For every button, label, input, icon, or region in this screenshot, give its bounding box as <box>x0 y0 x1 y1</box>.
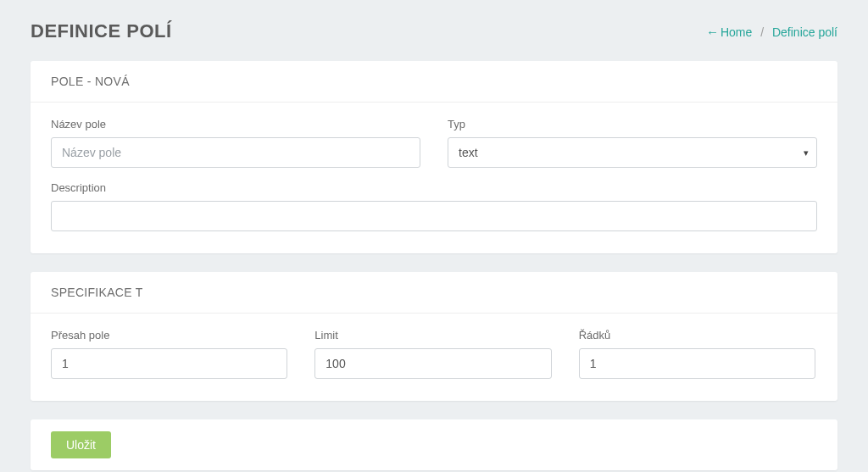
breadcrumb-home-label: Home <box>721 25 752 39</box>
form-group-rows: Řádků <box>579 329 815 379</box>
breadcrumb: ←Home / Definice polí <box>706 25 837 39</box>
limit-label: Limit <box>314 329 551 342</box>
breadcrumb-current-link[interactable]: Definice polí <box>772 25 837 39</box>
breadcrumb-current-label: Definice polí <box>772 25 837 39</box>
card-specifikace: SPECIFIKACE T Přesah pole Limit Řádků <box>31 272 837 401</box>
page-header: DEFINICE POLÍ ←Home / Definice polí <box>31 20 837 42</box>
breadcrumb-separator: / <box>760 25 764 39</box>
form-group-type: Typ text <box>448 118 817 168</box>
form-group-name: Název pole <box>51 118 420 168</box>
card-pole-nova-header: POLE - NOVÁ <box>31 61 837 103</box>
overlap-label: Přesah pole <box>51 329 287 342</box>
save-button[interactable]: Uložit <box>51 431 111 458</box>
name-input[interactable] <box>51 137 420 168</box>
overlap-input[interactable] <box>51 348 287 379</box>
description-label: Description <box>51 181 817 194</box>
card-pole-nova: POLE - NOVÁ Název pole Typ text <box>31 61 837 253</box>
form-group-description: Description <box>51 181 817 231</box>
rows-label: Řádků <box>579 329 815 342</box>
arrow-left-icon: ← <box>706 25 719 39</box>
breadcrumb-home-link[interactable]: ←Home <box>706 25 752 39</box>
name-label: Název pole <box>51 118 420 130</box>
form-group-overlap: Přesah pole <box>51 329 287 379</box>
description-input[interactable] <box>51 201 817 231</box>
page-title: DEFINICE POLÍ <box>31 20 172 42</box>
limit-input[interactable] <box>314 348 551 379</box>
card-actions: Uložit <box>31 419 837 470</box>
form-group-limit: Limit <box>314 329 551 379</box>
type-select[interactable]: text <box>448 137 817 168</box>
card-specifikace-header: SPECIFIKACE T <box>31 272 837 314</box>
type-label: Typ <box>448 118 817 130</box>
rows-input[interactable] <box>579 348 815 379</box>
